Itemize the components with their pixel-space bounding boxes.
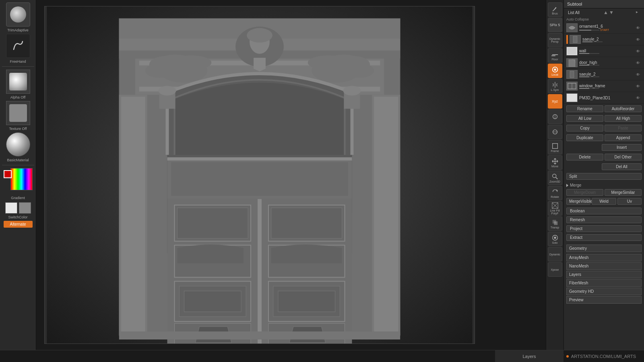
- alpha-preview[interactable]: [6, 70, 30, 94]
- merge-down-btn[interactable]: MergeDown: [566, 189, 603, 196]
- saeule-bot-eye[interactable]: 👁: [636, 72, 642, 76]
- door-slider[interactable]: [579, 65, 599, 66]
- subtool-saeule2-top[interactable]: saeule_2 👁: [564, 34, 644, 45]
- sort-up-arrow[interactable]: ▲: [603, 10, 608, 15]
- window-slider[interactable]: [579, 88, 599, 89]
- paste-btn[interactable]: Paste: [605, 125, 642, 132]
- append-btn[interactable]: Append: [605, 134, 642, 141]
- subtool-options[interactable]: ▸: [636, 10, 642, 15]
- switch-color-label: SwitchColor: [2, 215, 34, 219]
- freehand-label: FreeHand: [2, 60, 34, 64]
- sym-btn-2[interactable]: [548, 125, 562, 139]
- foreground-swatch[interactable]: [5, 202, 17, 214]
- del-other-btn[interactable]: Del Other: [605, 154, 642, 160]
- foreground-color[interactable]: [4, 170, 12, 178]
- sym-btn-1[interactable]: [548, 109, 562, 124]
- saeule-top-slider[interactable]: [582, 41, 603, 42]
- freehand-tool[interactable]: [6, 34, 30, 58]
- rename-row: Rename AutoReorder: [564, 104, 644, 114]
- auto-collapse-row[interactable]: Auto Collapse: [564, 16, 644, 22]
- all-low-btn[interactable]: All Low: [566, 115, 603, 122]
- dynamic-btn[interactable]: Dynamic Persp: [548, 33, 562, 47]
- brush-btn[interactable]: Brus: [548, 2, 562, 17]
- texture-preview[interactable]: [6, 101, 30, 125]
- transp-btn[interactable]: Transp: [548, 216, 562, 231]
- boolean-btn[interactable]: Boolean: [566, 208, 642, 214]
- copy-paste-row: Copy Paste: [564, 125, 644, 133]
- color-picker[interactable]: [4, 168, 33, 194]
- dynamic2-label: Dynamic: [549, 253, 560, 256]
- trim-adaptive-tool[interactable]: [6, 2, 30, 27]
- uv-btn[interactable]: Uv: [617, 198, 642, 205]
- all-high-btn[interactable]: All High: [605, 115, 642, 122]
- nano-mesh-btn[interactable]: NanoMesh: [566, 262, 642, 270]
- subtool-ornament1-6[interactable]: ornament1_6 START 👁: [564, 22, 644, 34]
- subtool-door-high[interactable]: door_high 👁: [564, 57, 644, 69]
- subtool-name-pm3d: PM3D_Plane3D1: [579, 96, 634, 100]
- canvas-viewport[interactable]: [44, 6, 475, 344]
- spix-btn[interactable]: SPix 5: [548, 18, 562, 32]
- svg-point-74: [554, 237, 556, 239]
- xpose-btn[interactable]: Xpose: [548, 262, 562, 277]
- auto-reorder-btn[interactable]: AutoReorder: [605, 105, 642, 112]
- subtool-saeule2-bot[interactable]: saeule_2 👁: [564, 69, 644, 80]
- del-all-btn[interactable]: Del All: [602, 163, 642, 170]
- split-btn[interactable]: Split: [566, 173, 642, 180]
- zoom3d-btn[interactable]: Zoom3D: [548, 171, 562, 185]
- xyz-btn[interactable]: Xyz: [548, 94, 562, 109]
- saeule-bot-slider[interactable]: [579, 76, 599, 77]
- subtool-pm3d[interactable]: PM3D_Plane3D1 👁: [564, 92, 644, 104]
- artist-url: ARTSTATION.COM/LUMI_ARTS: [571, 354, 636, 359]
- merge-label: Merge: [570, 183, 581, 187]
- fiber-mesh-btn[interactable]: FiberMesh: [566, 279, 642, 287]
- wall-slider[interactable]: [579, 53, 599, 54]
- alternate-button[interactable]: Alternate: [4, 221, 33, 228]
- merge-visible-btn[interactable]: MergeVisible: [566, 198, 590, 205]
- rename-btn[interactable]: Rename: [566, 105, 603, 112]
- copy-btn[interactable]: Copy: [566, 125, 603, 132]
- svg-rect-64: [552, 143, 557, 148]
- floor-btn[interactable]: Floor: [548, 48, 562, 63]
- list-all-btn[interactable]: List All: [566, 10, 581, 15]
- ornament-slider[interactable]: [579, 30, 599, 31]
- weld-btn[interactable]: Weld: [592, 198, 616, 205]
- extract-btn[interactable]: Extract: [566, 234, 642, 241]
- preview-btn[interactable]: Preview: [566, 296, 642, 304]
- solo-btn[interactable]: Solo: [548, 232, 562, 246]
- merge-similar-btn[interactable]: MergeSimilar: [605, 189, 642, 196]
- dynamic-label: Dynamic: [549, 37, 560, 40]
- svg-rect-75: [573, 36, 577, 43]
- layers-btn[interactable]: Layers: [566, 271, 642, 278]
- saeule-bot-name: saeule_2: [579, 72, 634, 76]
- local-btn[interactable]: Local: [548, 64, 562, 78]
- pm3d-eye[interactable]: 👁: [636, 96, 642, 100]
- linefill-btn[interactable]: Line Fill PolyF: [548, 201, 562, 216]
- delete-btn[interactable]: Delete: [566, 154, 603, 160]
- ornament-eye[interactable]: 👁: [636, 26, 642, 30]
- rotate-btn[interactable]: Rotate: [548, 186, 562, 200]
- insert-btn[interactable]: Insert: [602, 144, 642, 151]
- dynamic2-btn[interactable]: Dynamic: [548, 247, 562, 261]
- wall-eye[interactable]: 👁: [636, 49, 642, 53]
- all-low-high-row: All Low All High: [564, 115, 644, 123]
- svg-point-51: [159, 86, 176, 96]
- lsym-btn[interactable]: L.Sym: [548, 79, 562, 93]
- project-btn[interactable]: Project: [566, 225, 642, 232]
- material-preview[interactable]: [6, 132, 30, 156]
- geometry-hd-btn[interactable]: Geometry HD: [566, 288, 642, 295]
- door-eye[interactable]: 👁: [636, 61, 642, 65]
- saeule-top-eye[interactable]: 👁: [636, 37, 642, 41]
- frame-btn[interactable]: Frame: [548, 140, 562, 154]
- geometry-btn[interactable]: Geometry: [566, 245, 642, 252]
- subtool-wall[interactable]: wall 👁: [564, 45, 644, 57]
- window-eye[interactable]: 👁: [636, 84, 642, 88]
- remesh-btn[interactable]: Remesh: [566, 216, 642, 223]
- subtool-window-frame[interactable]: window_frame 👁: [564, 80, 644, 92]
- material-label: BasicMaterial: [2, 158, 34, 162]
- duplicate-btn[interactable]: Duplicate: [566, 134, 603, 141]
- svg-line-66: [555, 177, 557, 179]
- move-btn[interactable]: Move: [548, 155, 562, 170]
- sort-down-arrow[interactable]: ▼: [609, 10, 614, 15]
- array-mesh-btn[interactable]: ArrayMesh: [566, 254, 642, 261]
- background-swatch[interactable]: [19, 202, 31, 214]
